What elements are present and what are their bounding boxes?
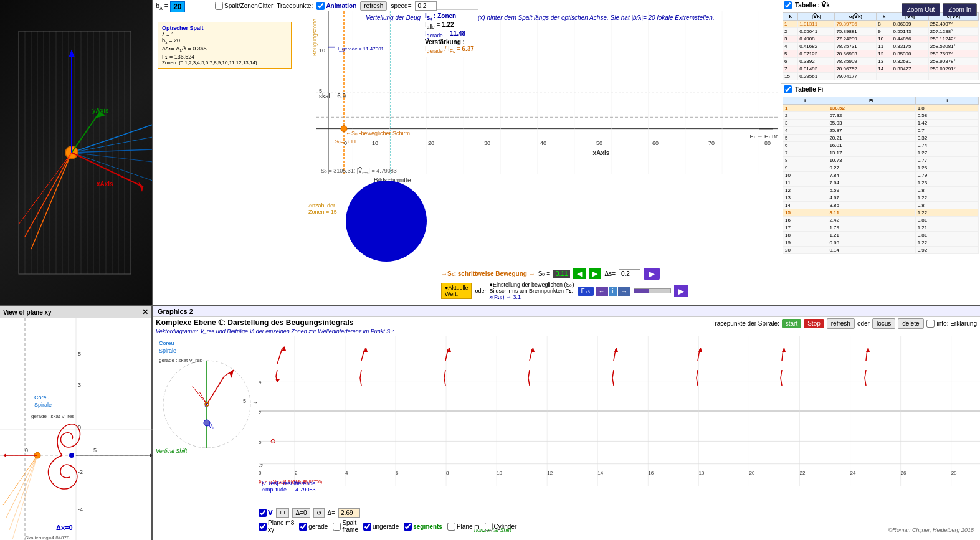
nav-buttons-row: ← i → ▶ xyxy=(596,285,688,297)
locus-btn[interactable]: locus xyxy=(872,318,895,329)
top-controls: Spalt/ZonenGitter Tracepunkte: Animation… xyxy=(215,1,575,11)
nav-i-btn[interactable]: i xyxy=(609,287,617,296)
slider-track[interactable] xyxy=(634,288,671,293)
ratio-val: 6.37 xyxy=(462,45,473,52)
plus-plus-btn[interactable]: ++ xyxy=(276,508,290,518)
ungerade-checkbox[interactable] xyxy=(363,523,371,531)
refresh-button-top[interactable]: refresh xyxy=(360,1,387,11)
svg-text:Skalierung=4.84878: Skalierung=4.84878 xyxy=(25,535,70,540)
svg-text:Coreu: Coreu xyxy=(159,340,174,346)
svg-text:Spirale: Spirale xyxy=(159,348,176,354)
svg-text:5: 5 xyxy=(93,447,97,453)
animation-checkbox-label[interactable]: Animation xyxy=(316,2,356,10)
panel-3d: xAxis yAxis xyxy=(0,0,153,305)
x-label-40: 40 xyxy=(540,140,546,146)
fi-row-13: 134.671.22 xyxy=(783,194,979,202)
v-checkbox-label[interactable]: V̄ xyxy=(259,509,273,517)
s0-display-label: S₀ = xyxy=(538,270,550,277)
bewegliche-info: ●Einstellung der beweglichen (S₀) xyxy=(489,282,574,288)
zoom-out-btn[interactable]: Zoom Out xyxy=(902,3,940,16)
b-lambda-container: bλ = 20 xyxy=(156,1,185,12)
animation-checkbox[interactable] xyxy=(316,2,325,10)
svg-line-21 xyxy=(72,153,152,162)
rotate-btn[interactable]: ↺ xyxy=(313,508,325,518)
view-plane-title: View of plane xy xyxy=(3,309,52,316)
svg-text:gerade : skat V_res: gerade : skat V_res xyxy=(159,358,202,363)
fi-row-14: 143.850.8 xyxy=(783,202,979,209)
delta-zero-btn[interactable]: Δ=0 xyxy=(292,508,310,518)
blue-circle xyxy=(346,181,427,262)
svg-text:0: 0 xyxy=(78,424,81,430)
spalt-frame-label[interactable]: Spaltframe xyxy=(333,519,358,533)
nav-left-btn[interactable]: ◀ xyxy=(573,268,586,279)
gerade-label[interactable]: gerade xyxy=(299,523,328,531)
start-btn[interactable]: start xyxy=(782,319,801,328)
nav-next-btn[interactable]: → xyxy=(618,287,630,296)
i-alle-val: 1.22 xyxy=(442,21,454,28)
plane-view: 5 3 0 -2 -4 5 0 Coreu Spirale gerade : s… xyxy=(0,318,151,540)
purple-right-btn[interactable]: ▶ xyxy=(644,268,660,280)
svg-text:5: 5 xyxy=(78,351,81,357)
skal-val: 6.9 xyxy=(337,93,346,100)
svg-point-54 xyxy=(69,453,74,458)
x-axis-label-3d: xAxis xyxy=(97,181,113,187)
vk-table-container: k |V̄k| σ(V̄k) k |V̄k| σ(V̄k) 1 1.91311 … xyxy=(781,11,980,82)
segments-checkbox[interactable] xyxy=(404,523,412,531)
plane-m8-checkbox[interactable] xyxy=(259,523,267,531)
nav-prev-btn[interactable]: ← xyxy=(596,287,608,296)
spalt-label: Spalt/ZonenGitter xyxy=(224,2,273,9)
ungerade-label[interactable]: ungerade xyxy=(363,523,399,531)
svg-marker-25 xyxy=(138,182,143,192)
svg-text:gerade : skat V_res: gerade : skat V_res xyxy=(31,414,74,419)
skal-label: skal = 6.9 xyxy=(319,93,346,100)
vk-table: k |V̄k| σ(V̄k) k |V̄k| σ(V̄k) 1 1.91311 … xyxy=(783,12,979,80)
v-res-label: |v_res| : resultierendeAmplitude → 4.790… xyxy=(262,480,316,493)
fi-table-container: i Fi li 1 136.52 1.8 257.320.58 335.931.… xyxy=(781,95,980,305)
segments-label[interactable]: segments xyxy=(404,523,442,531)
spiral-area: × Coreu Spirale gerade : skat V_res V̄ₑ xyxy=(156,336,259,473)
ss-label: →S₀: schrittweise Bewegung → xyxy=(441,270,535,277)
tabelle-vk-checkbox[interactable] xyxy=(784,1,792,9)
svg-text:8: 8 xyxy=(446,470,449,476)
delta-label: Δ= xyxy=(328,509,336,516)
i-alle-row: Ialle = 1.22 xyxy=(425,21,474,30)
plane-m8-label[interactable]: Plane m8xy xyxy=(259,519,294,533)
b-lambda-value[interactable]: 20 xyxy=(170,1,184,12)
fi-row-20: 200.140.92 xyxy=(783,247,979,254)
refresh-btn-bottom[interactable]: refresh xyxy=(827,318,855,329)
spalt-checkbox-label[interactable]: Spalt/ZonenGitter xyxy=(215,2,273,10)
nav-end-btn[interactable]: ▶ xyxy=(674,285,688,297)
fi-row-6: 616.010.74 xyxy=(783,142,979,149)
tabelle-fi-checkbox[interactable] xyxy=(784,85,792,93)
zoom-in-btn[interactable]: Zoom In xyxy=(943,3,977,16)
fi-row-8: 810.730.77 xyxy=(783,157,979,164)
ratio-row: Igerade / IF₁ = 6.37 xyxy=(425,45,474,54)
x-label-70: 70 xyxy=(708,140,715,146)
zonen-info: Zonen: {0,1,2,3,4,5,6,7,8,9,10,11,12,13,… xyxy=(162,60,287,65)
nav-right-btn[interactable]: ▶ xyxy=(589,268,601,279)
vector-cell-1 xyxy=(275,347,286,382)
delta-input[interactable] xyxy=(338,508,360,518)
zoom-buttons: Zoom Out Zoom In xyxy=(902,3,977,16)
svg-text:4: 4 xyxy=(345,470,348,476)
gerade-checkbox[interactable] xyxy=(299,523,307,531)
delta-s-input[interactable] xyxy=(619,269,640,278)
vk-row-2: 2 0.65041 75.89881 9 0.55143 257.1238° xyxy=(783,28,979,36)
spalt-checkbox[interactable] xyxy=(215,2,223,10)
v-checkbox[interactable] xyxy=(259,509,267,517)
tabelle-fi-header: Tabelle Fi xyxy=(781,83,980,95)
trace-label: Tracepunkte der Spirale: xyxy=(711,320,779,327)
f15-btn[interactable]: F₁₅ xyxy=(578,287,594,296)
spalt-frame-checkbox[interactable] xyxy=(333,523,341,531)
stop-btn[interactable]: Stop xyxy=(804,319,824,328)
speed-input[interactable] xyxy=(415,1,437,11)
info-checkbox[interactable] xyxy=(926,320,935,328)
s0-beweglicher-label: ←S₀ -beweglicher Schirm xyxy=(346,130,410,136)
vector-cell-6 xyxy=(697,348,702,386)
delete-btn[interactable]: delete xyxy=(898,318,923,329)
close-btn[interactable]: ✕ xyxy=(142,308,148,316)
plane-m-checkbox[interactable] xyxy=(447,523,455,531)
svg-marker-29 xyxy=(69,50,75,57)
fi-row-15: 153.111.22 xyxy=(783,209,979,217)
ungerade-text: ungerade xyxy=(373,523,399,530)
